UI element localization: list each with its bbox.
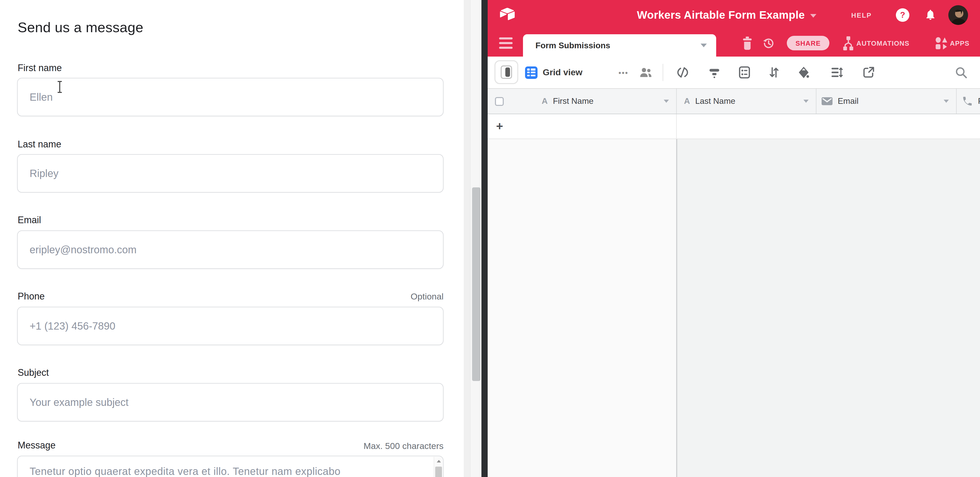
view-name: Grid view [543, 67, 582, 78]
last-name-label: Last name [18, 139, 61, 150]
airtable-topbar: Workers Airtable Form Example HELP ? [488, 0, 980, 30]
chevron-down-icon [943, 100, 949, 103]
column-name: First Name [553, 97, 593, 106]
window-divider [481, 0, 488, 477]
column-header-first-name[interactable]: A First Name [488, 89, 677, 114]
screen: Send us a message First name Last name E… [0, 0, 980, 477]
chevron-down-icon [701, 44, 707, 47]
add-record-button[interactable]: + [494, 114, 505, 139]
column-name: Last Name [695, 97, 735, 106]
email-field-type-icon [822, 97, 832, 105]
question-mark: ? [900, 10, 905, 20]
trash-icon[interactable] [741, 36, 754, 50]
last-name-input[interactable] [17, 154, 444, 193]
airtable-table-bar: Form Submissions SHARE AUTOMATIONS [488, 30, 980, 57]
airtable-logo-icon[interactable] [499, 7, 516, 21]
grid-view-icon [525, 66, 538, 79]
share-view-icon[interactable] [862, 66, 875, 79]
first-name-input[interactable] [17, 78, 444, 116]
apps-icon[interactable] [935, 36, 948, 50]
chevron-down-icon [664, 100, 669, 103]
text-field-type-icon: A [542, 97, 548, 106]
filter-icon[interactable] [708, 66, 721, 79]
menu-icon[interactable] [499, 37, 512, 49]
divider [663, 64, 663, 81]
message-textarea[interactable]: Tenetur optio quaerat expedita vera et i… [17, 456, 444, 477]
base-title-button[interactable]: Workers Airtable Form Example [592, 0, 862, 30]
view-options-ellipsis[interactable]: ••• [619, 57, 628, 88]
notifications-bell-icon[interactable] [924, 9, 936, 21]
collaborators-icon[interactable] [639, 66, 652, 79]
add-record-row[interactable]: + [488, 114, 980, 139]
phone-field-type-icon [962, 96, 973, 107]
grid-empty-area-left [488, 139, 676, 477]
history-icon[interactable] [761, 36, 775, 50]
help-circle-icon[interactable]: ? [896, 8, 909, 22]
email-label: Email [18, 215, 41, 226]
form-title: Send us a message [18, 20, 143, 36]
divider [676, 114, 677, 139]
hide-fields-icon[interactable] [676, 66, 689, 79]
first-name-label: First name [18, 63, 62, 74]
grid-view-button[interactable]: Grid view [525, 57, 582, 88]
column-header-row: A First Name A Last Name Email [488, 88, 980, 114]
email-input[interactable] [17, 230, 444, 269]
share-button[interactable]: SHARE [787, 36, 829, 50]
view-toolbar: Grid view ••• [488, 57, 980, 88]
automations-icon[interactable] [842, 36, 855, 50]
message-scrollbar[interactable] [434, 457, 442, 477]
message-scroll-thumb[interactable] [435, 467, 442, 477]
subject-label: Subject [18, 368, 49, 379]
base-title: Workers Airtable Form Example [637, 9, 805, 21]
group-icon[interactable] [738, 66, 751, 79]
message-max-note: Max. 500 characters [17, 441, 444, 452]
contact-form-pane: Send us a message First name Last name E… [0, 0, 464, 477]
view-sidebar-toggle-button[interactable] [495, 60, 518, 84]
apps-label[interactable]: APPS [950, 30, 970, 57]
airtable-pane: Workers Airtable Form Example HELP ? [488, 0, 980, 477]
scroll-up-arrow-icon[interactable] [434, 457, 443, 466]
column-name: Phone [978, 97, 980, 106]
message-text: Tenetur optio quaerat expedita vera et i… [30, 466, 422, 477]
text-field-type-icon: A [684, 97, 690, 106]
subject-input[interactable] [17, 383, 444, 422]
column-header-phone[interactable]: Phone [957, 89, 980, 114]
column-name: Email [838, 97, 859, 106]
chevron-down-icon [810, 14, 816, 17]
sidebar-panel-icon [501, 65, 512, 79]
table-tab-form-submissions[interactable]: Form Submissions [523, 34, 716, 57]
help-button[interactable]: HELP [851, 0, 872, 30]
form-scrollbar-track[interactable] [470, 0, 481, 477]
user-avatar[interactable] [948, 5, 968, 25]
search-icon[interactable] [955, 66, 967, 79]
table-tab-label: Form Submissions [535, 41, 610, 50]
grid-empty-area-right [677, 139, 980, 477]
chevron-down-icon [803, 100, 809, 103]
row-height-icon[interactable] [830, 66, 843, 79]
phone-optional-note: Optional [17, 292, 444, 302]
sort-icon[interactable] [768, 66, 781, 79]
column-header-email[interactable]: Email [816, 89, 957, 114]
phone-input[interactable] [17, 307, 444, 345]
column-header-last-name[interactable]: A Last Name [677, 89, 816, 114]
form-scrollbar-thumb[interactable] [472, 187, 480, 381]
text-cursor-icon [56, 81, 64, 93]
pane-gutter [464, 0, 470, 477]
color-icon[interactable] [797, 66, 810, 79]
automations-label[interactable]: AUTOMATIONS [856, 30, 909, 57]
